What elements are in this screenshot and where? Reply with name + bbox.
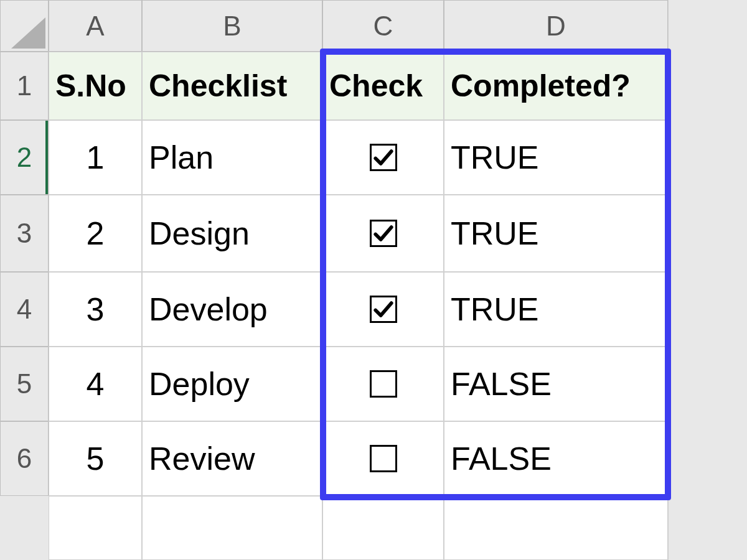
cell-sno[interactable]: 4 (49, 347, 142, 421)
cell-completed[interactable]: TRUE (444, 195, 668, 272)
cell-sno[interactable]: 3 (49, 272, 142, 347)
row-header-3[interactable]: 3 (0, 195, 49, 272)
cell-item[interactable]: Review (142, 421, 322, 496)
checkbox-icon[interactable] (370, 144, 397, 171)
spreadsheet-viewport: A B C D 1 S.No Checklist Check Completed… (0, 0, 747, 560)
cell-check[interactable] (322, 347, 444, 421)
cell-item[interactable]: Design (142, 195, 322, 272)
select-all-corner[interactable] (0, 0, 49, 52)
checkbox-icon[interactable] (370, 296, 397, 323)
header-completed[interactable]: Completed? (444, 52, 668, 120)
empty-cell[interactable] (142, 496, 322, 560)
cell-item[interactable]: Deploy (142, 347, 322, 421)
cell-check[interactable] (322, 272, 444, 347)
cell-completed[interactable]: TRUE (444, 120, 668, 195)
row-header-6[interactable]: 6 (0, 421, 49, 496)
checkbox-icon[interactable] (370, 370, 397, 398)
header-sno[interactable]: S.No (49, 52, 142, 120)
row-header-4[interactable]: 4 (0, 272, 49, 347)
empty-cell[interactable] (49, 496, 142, 560)
col-header-D[interactable]: D (444, 0, 668, 52)
col-header-A[interactable]: A (49, 0, 142, 52)
row-header-2[interactable]: 2 (0, 120, 49, 195)
checkbox-icon[interactable] (370, 220, 397, 247)
row-header-5[interactable]: 5 (0, 347, 49, 421)
cell-item[interactable]: Develop (142, 272, 322, 347)
cell-check[interactable] (322, 421, 444, 496)
cell-sno[interactable]: 2 (49, 195, 142, 272)
header-check[interactable]: Check (322, 52, 444, 120)
col-header-B[interactable]: B (142, 0, 322, 52)
gutter-right (668, 0, 747, 560)
grid: A B C D 1 S.No Checklist Check Completed… (0, 0, 668, 496)
cell-item[interactable]: Plan (142, 120, 322, 195)
cell-sno[interactable]: 5 (49, 421, 142, 496)
header-checklist[interactable]: Checklist (142, 52, 322, 120)
cell-sno[interactable]: 1 (49, 120, 142, 195)
cell-completed[interactable]: FALSE (444, 347, 668, 421)
cell-completed[interactable]: FALSE (444, 421, 668, 496)
col-header-C[interactable]: C (322, 0, 444, 52)
checkbox-icon[interactable] (370, 445, 397, 472)
cell-check[interactable] (322, 195, 444, 272)
cell-completed[interactable]: TRUE (444, 272, 668, 347)
empty-cell[interactable] (322, 496, 444, 560)
row-header-1[interactable]: 1 (0, 52, 49, 120)
cell-check[interactable] (322, 120, 444, 195)
empty-cell[interactable] (444, 496, 668, 560)
